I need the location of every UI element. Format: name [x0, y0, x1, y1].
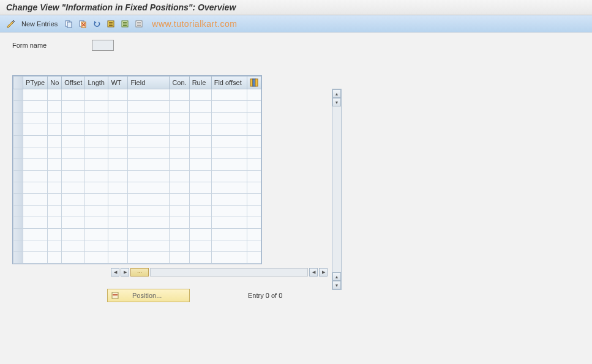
row-selector[interactable] [13, 124, 23, 136]
table-cell[interactable] [170, 101, 189, 113]
table-cell[interactable] [48, 89, 62, 101]
table-cell[interactable] [170, 229, 189, 240]
row-selector[interactable] [13, 136, 23, 147]
table-cell[interactable] [189, 101, 211, 113]
table-cell[interactable] [211, 252, 247, 264]
table-cell[interactable] [23, 182, 48, 194]
table-cell[interactable] [62, 171, 85, 182]
table-cell[interactable] [62, 252, 85, 264]
column-offset[interactable]: Offset [62, 76, 85, 89]
table-row[interactable] [13, 101, 261, 113]
table-cell[interactable] [108, 229, 128, 240]
table-cell[interactable] [128, 206, 170, 217]
table-cell[interactable] [108, 240, 128, 252]
table-cell[interactable] [62, 182, 85, 194]
row-selector[interactable] [13, 217, 23, 229]
table-row[interactable] [13, 159, 261, 171]
table-cell[interactable] [189, 229, 211, 240]
table-cell[interactable] [247, 124, 261, 136]
column-con[interactable]: Con. [170, 76, 189, 89]
table-cell[interactable] [85, 252, 108, 264]
table-cell[interactable] [23, 159, 48, 171]
table-cell[interactable] [23, 217, 48, 229]
row-selector[interactable] [13, 194, 23, 206]
table-cell[interactable] [48, 147, 62, 159]
table-cell[interactable] [189, 124, 211, 136]
select-all-icon[interactable] [105, 18, 117, 30]
table-cell[interactable] [62, 159, 85, 171]
table-cell[interactable] [85, 229, 108, 240]
table-cell[interactable] [23, 113, 48, 124]
table-cell[interactable] [211, 159, 247, 171]
table-cell[interactable] [85, 147, 108, 159]
table-cell[interactable] [170, 159, 189, 171]
table-cell[interactable] [23, 124, 48, 136]
table-cell[interactable] [189, 194, 211, 206]
row-selector[interactable] [13, 101, 23, 113]
table-cell[interactable] [189, 147, 211, 159]
table-cell[interactable] [85, 159, 108, 171]
row-selector[interactable] [13, 229, 23, 240]
table-cell[interactable] [85, 171, 108, 182]
table-cell[interactable] [108, 147, 128, 159]
row-selector[interactable] [13, 182, 23, 194]
table-cell[interactable] [170, 113, 189, 124]
vertical-scrollbar[interactable]: ▲ ▼ ▲ ▼ [332, 89, 342, 290]
table-cell[interactable] [23, 136, 48, 147]
table-cell[interactable] [48, 206, 62, 217]
scroll-down-button[interactable]: ▼ [332, 281, 341, 289]
table-cell[interactable] [170, 240, 189, 252]
deselect-all-icon[interactable] [133, 18, 145, 30]
table-cell[interactable] [85, 217, 108, 229]
table-cell[interactable] [128, 217, 170, 229]
table-cell[interactable] [247, 101, 261, 113]
table-row[interactable] [13, 147, 261, 159]
table-cell[interactable] [85, 240, 108, 252]
table-cell[interactable] [170, 136, 189, 147]
table-cell[interactable] [62, 229, 85, 240]
table-cell[interactable] [48, 113, 62, 124]
table-cell[interactable] [189, 240, 211, 252]
row-selector[interactable] [13, 147, 23, 159]
table-cell[interactable] [85, 101, 108, 113]
table-row[interactable] [13, 113, 261, 124]
table-cell[interactable] [170, 252, 189, 264]
table-cell[interactable] [128, 113, 170, 124]
table-cell[interactable] [189, 217, 211, 229]
position-button[interactable]: Position... [107, 289, 190, 302]
table-cell[interactable] [48, 124, 62, 136]
table-cell[interactable] [23, 252, 48, 264]
scroll-right-step-button[interactable]: ▶ [121, 268, 129, 277]
table-cell[interactable] [189, 113, 211, 124]
scroll-track[interactable] [332, 106, 341, 272]
column-fld-offset[interactable]: Fld offset [211, 76, 247, 89]
row-selector-header[interactable] [13, 76, 23, 89]
table-cell[interactable] [62, 124, 85, 136]
table-cell[interactable] [85, 206, 108, 217]
table-cell[interactable] [23, 229, 48, 240]
table-cell[interactable] [247, 229, 261, 240]
table-cell[interactable] [128, 171, 170, 182]
table-cell[interactable] [247, 206, 261, 217]
table-cell[interactable] [247, 217, 261, 229]
table-row[interactable] [13, 252, 261, 264]
row-selector[interactable] [13, 113, 23, 124]
table-cell[interactable] [247, 252, 261, 264]
column-no[interactable]: No [48, 76, 62, 89]
table-row[interactable] [13, 89, 261, 101]
select-block-icon[interactable] [119, 18, 131, 30]
table-cell[interactable] [170, 182, 189, 194]
table-cell[interactable] [108, 182, 128, 194]
table-cell[interactable] [128, 240, 170, 252]
change-display-icon[interactable] [5, 18, 17, 30]
table-row[interactable] [13, 171, 261, 182]
copy-as-icon[interactable] [62, 18, 75, 30]
table-cell[interactable] [23, 206, 48, 217]
row-selector[interactable] [13, 89, 23, 101]
table-cell[interactable] [108, 194, 128, 206]
table-cell[interactable] [23, 89, 48, 101]
table-cell[interactable] [247, 113, 261, 124]
table-cell[interactable] [128, 159, 170, 171]
column-wt[interactable]: WT [108, 76, 128, 89]
table-row[interactable] [13, 206, 261, 217]
